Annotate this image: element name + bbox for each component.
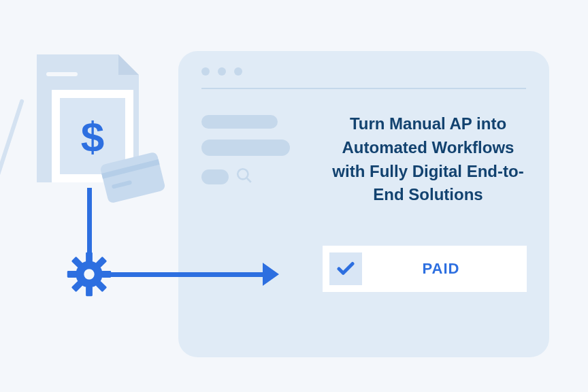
svg-rect-4 xyxy=(86,287,93,296)
flow-line-horizontal xyxy=(110,272,271,277)
placeholder-lines xyxy=(201,112,303,207)
page-fold xyxy=(118,54,139,75)
placeholder-bar xyxy=(46,72,78,76)
heading: Turn Manual AP into Automated Workflows … xyxy=(330,112,526,207)
status-box: PAID xyxy=(323,246,527,292)
invoice-illustration: $ xyxy=(22,54,158,197)
placeholder-bar xyxy=(201,115,278,129)
window-controls xyxy=(201,67,526,76)
pencil-icon xyxy=(0,99,24,189)
card-body: Turn Manual AP into Automated Workflows … xyxy=(201,112,526,207)
window-dot xyxy=(218,67,226,76)
placeholder-bar xyxy=(201,140,290,156)
dollar-icon: $ xyxy=(81,112,104,161)
check-icon xyxy=(329,252,362,285)
svg-point-0 xyxy=(238,169,248,179)
divider xyxy=(201,88,526,89)
status-label: PAID xyxy=(362,260,520,278)
arrow-right-icon xyxy=(263,263,279,286)
placeholder-bar xyxy=(201,169,229,184)
window-dot xyxy=(201,67,210,76)
search-icon xyxy=(235,167,253,187)
browser-window: Turn Manual AP into Automated Workflows … xyxy=(178,51,549,357)
svg-rect-5 xyxy=(67,271,77,278)
gear-icon xyxy=(65,250,113,298)
svg-rect-3 xyxy=(86,252,93,262)
svg-point-11 xyxy=(84,269,94,279)
svg-line-1 xyxy=(247,178,251,182)
window-dot xyxy=(234,67,242,76)
